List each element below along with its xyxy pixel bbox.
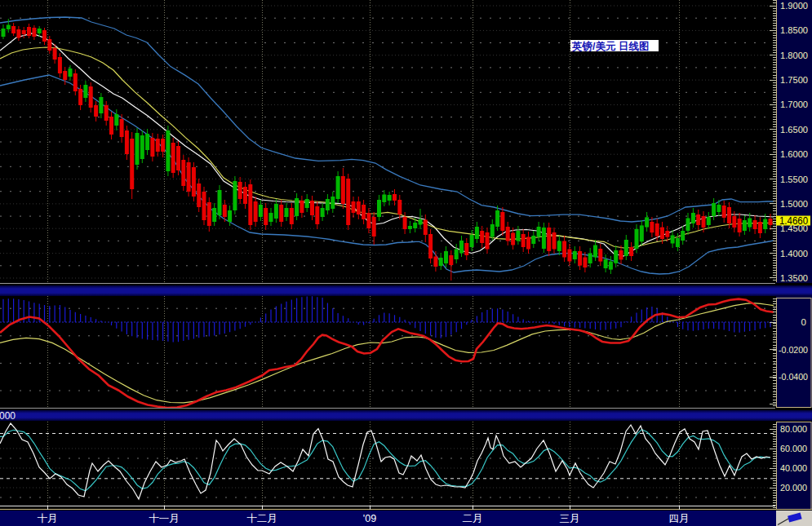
svg-text:1.6000: 1.6000 [780,149,808,159]
svg-text:二月: 二月 [463,513,483,524]
svg-text:1.4660: 1.4660 [779,215,808,227]
svg-text:1.7500: 1.7500 [780,75,808,85]
svg-text:十月: 十月 [38,513,58,524]
svg-text:三月: 三月 [560,513,580,524]
svg-text:1.9000: 1.9000 [780,1,808,11]
svg-text:1.5500: 1.5500 [780,175,808,184]
svg-text:0: 0 [801,317,806,327]
svg-text:1.8000: 1.8000 [780,51,808,60]
svg-text:十一月: 十一月 [149,513,180,524]
svg-text:1.6500: 1.6500 [780,125,808,135]
svg-text:60.000: 60.000 [780,444,807,453]
svg-text:000: 000 [0,410,16,422]
svg-text:1.8500: 1.8500 [780,25,808,35]
svg-text:80.000: 80.000 [780,424,807,434]
svg-text:1.5000: 1.5000 [780,199,808,209]
svg-text:40.000: 40.000 [780,463,807,473]
svg-text:-0.0200: -0.0200 [779,345,808,355]
svg-text:-0.0400: -0.0400 [779,372,808,382]
svg-text:1.7000: 1.7000 [780,99,808,109]
svg-text:1.4000: 1.4000 [780,249,808,259]
svg-text:'09: '09 [363,513,376,524]
svg-text:四月: 四月 [669,513,690,524]
svg-text:1.3500: 1.3500 [780,273,808,283]
svg-text:20.000: 20.000 [780,483,807,493]
svg-text:英镑/美元 日线图: 英镑/美元 日线图 [571,40,649,52]
svg-text:十二月: 十二月 [246,513,277,524]
